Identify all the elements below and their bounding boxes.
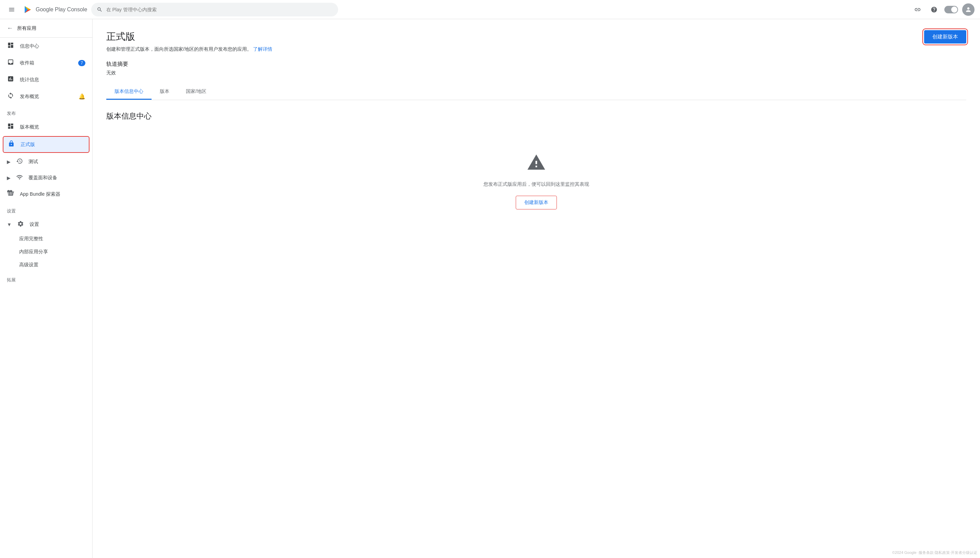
inbox-badge: 7 <box>78 60 86 66</box>
page-desc-text: 创建和管理正式版本，面向所选国家/地区的所有用户发布您的应用。 <box>106 46 252 52</box>
overview-icon <box>7 92 15 101</box>
toggle-pill-inner <box>951 7 957 13</box>
overview-bell-icon: 🔔 <box>79 93 86 100</box>
advanced-label: 高级设置 <box>19 262 38 268</box>
top-bar-right <box>911 3 975 16</box>
inbox-icon <box>7 59 15 67</box>
toggle-pill[interactable] <box>944 6 958 13</box>
sidebar-item-overview-label: 发布概览 <box>20 94 39 100</box>
warning-triangle-icon <box>527 153 546 176</box>
sidebar-item-inbox-label: 收件箱 <box>20 60 34 66</box>
search-icon <box>97 7 102 13</box>
sidebar-sub-item-app-integrity[interactable]: 应用完整性 <box>0 232 92 245</box>
tab-release-hub[interactable]: 版本信息中心 <box>106 84 151 100</box>
page-header: 正式版 创建新版本 <box>106 30 966 44</box>
sidebar-item-settings[interactable]: ▼ 设置 <box>0 216 92 232</box>
sidebar-item-coverage-label: 覆盖面和设备 <box>28 175 57 181</box>
create-new-version-button-header[interactable]: 创建新版本 <box>924 30 966 44</box>
sidebar-item-production-label: 正式版 <box>21 141 35 148</box>
page-description: 创建和管理正式版本，面向所选国家/地区的所有用户发布您的应用。 了解详情 <box>106 46 966 53</box>
sidebar-item-appbundle[interactable]: App Bundle 探索器 <box>0 186 92 203</box>
track-summary: 轨道摘要 无效 <box>106 61 966 76</box>
create-new-version-button-empty[interactable]: 创建新版本 <box>516 196 557 209</box>
sidebar-item-test-label: 测试 <box>28 159 38 165</box>
top-bar: Google Play Console <box>0 0 980 19</box>
test-icon <box>16 158 23 166</box>
track-summary-value: 无效 <box>106 70 966 76</box>
sidebar-sub-item-advanced[interactable]: 高级设置 <box>0 258 92 271</box>
sidebar-item-appbundle-label: App Bundle 探索器 <box>20 191 60 197</box>
learn-more-link[interactable]: 了解详情 <box>253 46 272 52</box>
sidebar-item-stats-label: 统计信息 <box>20 77 39 83</box>
sidebar-item-overview[interactable]: 发布概览 🔔 <box>0 88 92 105</box>
settings-expand-arrow-icon: ▼ <box>7 222 12 227</box>
logo-area: Google Play Console <box>22 4 87 15</box>
sidebar-item-test[interactable]: ▶ 测试 <box>0 154 92 170</box>
sidebar-item-production[interactable]: 正式版 <box>3 136 89 153</box>
main-content: 正式版 创建新版本 创建和管理正式版本，面向所选国家/地区的所有用户发布您的应用… <box>92 19 980 558</box>
sidebar-item-settings-label: 设置 <box>30 222 39 228</box>
section-title: 版本信息中心 <box>106 111 966 121</box>
sidebar-back-label: 所有应用 <box>17 25 36 31</box>
help-icon-button[interactable] <box>928 3 940 16</box>
sidebar-item-inbox[interactable]: 收件箱 7 <box>0 54 92 71</box>
sidebar-item-dashboard-label: 信息中心 <box>20 43 39 49</box>
tabs: 版本信息中心 版本 国家/地区 <box>106 84 966 100</box>
sidebar-back-button[interactable]: ← 所有应用 <box>0 19 92 38</box>
section-publish-label: 发布 <box>0 105 92 118</box>
watermark: ©2024 Google ·服务条款·隐私政策·开发者分级认证 <box>892 550 977 555</box>
hamburger-button[interactable] <box>5 3 18 16</box>
appbundle-icon <box>7 190 15 199</box>
search-bar[interactable] <box>91 3 338 16</box>
avatar-button[interactable] <box>962 3 975 16</box>
internal-sharing-label: 内部应用分享 <box>19 249 48 254</box>
page-title: 正式版 <box>106 30 135 43</box>
logo-text: Google Play Console <box>36 7 87 13</box>
link-icon-button[interactable] <box>911 3 924 16</box>
sidebar: ← 所有应用 信息中心 收件箱 7 统计信息 <box>0 19 92 558</box>
test-expand-arrow-icon: ▶ <box>7 159 11 164</box>
section-settings-label: 设置 <box>0 203 92 216</box>
stats-icon <box>7 75 15 84</box>
production-lock-icon <box>8 140 15 149</box>
empty-state: 您发布正式版应用后，便可以回到这里监控其表现 创建新版本 <box>106 132 966 230</box>
sidebar-item-stats[interactable]: 统计信息 <box>0 71 92 88</box>
logo-icon <box>22 4 33 15</box>
app-integrity-label: 应用完整性 <box>19 236 43 241</box>
coverage-expand-arrow-icon: ▶ <box>7 175 11 181</box>
sidebar-item-version-overview[interactable]: 版本概览 <box>0 118 92 135</box>
version-overview-icon <box>7 123 15 131</box>
main-layout: ← 所有应用 信息中心 收件箱 7 统计信息 <box>0 19 980 558</box>
section-expand-label: 拓展 <box>0 271 92 285</box>
tab-releases[interactable]: 版本 <box>151 84 178 100</box>
sidebar-item-version-overview-label: 版本概览 <box>20 124 39 130</box>
track-summary-label: 轨道摘要 <box>106 61 966 68</box>
sidebar-sub-item-internal-sharing[interactable]: 内部应用分享 <box>0 245 92 258</box>
search-input[interactable] <box>106 7 333 12</box>
empty-state-text: 您发布正式版应用后，便可以回到这里监控其表现 <box>483 181 589 187</box>
settings-icon <box>17 220 24 228</box>
sidebar-item-dashboard[interactable]: 信息中心 <box>0 38 92 54</box>
sidebar-item-coverage[interactable]: ▶ 覆盖面和设备 <box>0 170 92 186</box>
coverage-icon <box>16 174 23 182</box>
toggle-area[interactable] <box>944 6 958 13</box>
tab-countries[interactable]: 国家/地区 <box>178 84 215 100</box>
back-arrow-icon: ← <box>7 25 13 32</box>
dashboard-icon <box>7 42 15 50</box>
